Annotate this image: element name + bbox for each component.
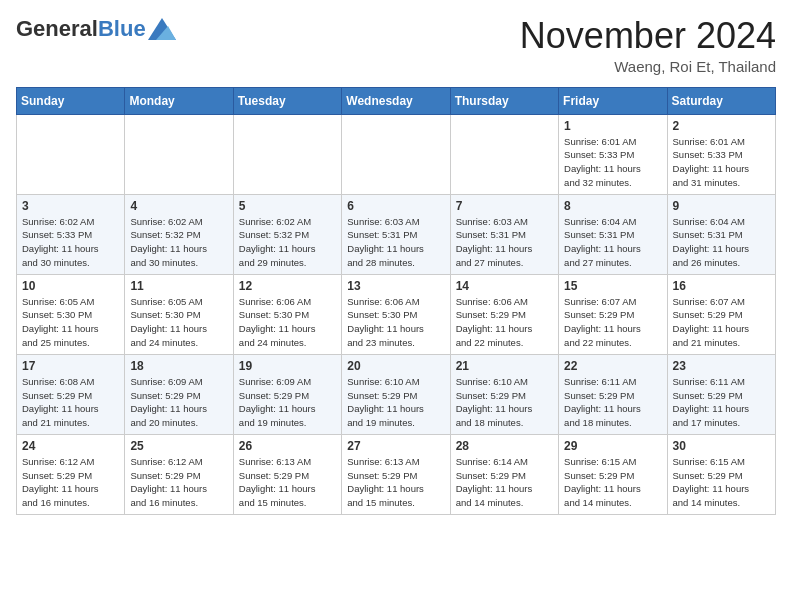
day-info: Sunrise: 6:06 AM Sunset: 5:29 PM Dayligh… [456,295,553,350]
calendar-cell: 13Sunrise: 6:06 AM Sunset: 5:30 PM Dayli… [342,274,450,354]
day-info: Sunrise: 6:08 AM Sunset: 5:29 PM Dayligh… [22,375,119,430]
calendar-cell: 4Sunrise: 6:02 AM Sunset: 5:32 PM Daylig… [125,194,233,274]
day-info: Sunrise: 6:01 AM Sunset: 5:33 PM Dayligh… [673,135,770,190]
day-number: 3 [22,199,119,213]
calendar-table: SundayMondayTuesdayWednesdayThursdayFrid… [16,87,776,515]
day-number: 4 [130,199,227,213]
calendar-cell [342,114,450,194]
day-info: Sunrise: 6:03 AM Sunset: 5:31 PM Dayligh… [347,215,444,270]
weekday-header-sunday: Sunday [17,87,125,114]
day-number: 19 [239,359,336,373]
calendar-cell: 6Sunrise: 6:03 AM Sunset: 5:31 PM Daylig… [342,194,450,274]
calendar-cell [17,114,125,194]
day-number: 5 [239,199,336,213]
calendar-cell: 16Sunrise: 6:07 AM Sunset: 5:29 PM Dayli… [667,274,775,354]
day-number: 16 [673,279,770,293]
day-number: 29 [564,439,661,453]
day-info: Sunrise: 6:04 AM Sunset: 5:31 PM Dayligh… [564,215,661,270]
week-row-1: 1Sunrise: 6:01 AM Sunset: 5:33 PM Daylig… [17,114,776,194]
calendar-cell: 30Sunrise: 6:15 AM Sunset: 5:29 PM Dayli… [667,434,775,514]
day-number: 8 [564,199,661,213]
day-info: Sunrise: 6:02 AM Sunset: 5:32 PM Dayligh… [239,215,336,270]
day-info: Sunrise: 6:12 AM Sunset: 5:29 PM Dayligh… [130,455,227,510]
day-info: Sunrise: 6:15 AM Sunset: 5:29 PM Dayligh… [564,455,661,510]
day-info: Sunrise: 6:01 AM Sunset: 5:33 PM Dayligh… [564,135,661,190]
calendar-cell: 17Sunrise: 6:08 AM Sunset: 5:29 PM Dayli… [17,354,125,434]
day-info: Sunrise: 6:02 AM Sunset: 5:32 PM Dayligh… [130,215,227,270]
day-info: Sunrise: 6:14 AM Sunset: 5:29 PM Dayligh… [456,455,553,510]
calendar-cell: 5Sunrise: 6:02 AM Sunset: 5:32 PM Daylig… [233,194,341,274]
calendar-cell: 1Sunrise: 6:01 AM Sunset: 5:33 PM Daylig… [559,114,667,194]
calendar-cell: 8Sunrise: 6:04 AM Sunset: 5:31 PM Daylig… [559,194,667,274]
day-number: 26 [239,439,336,453]
day-number: 6 [347,199,444,213]
logo-area: GeneralBlue [16,16,176,42]
day-number: 7 [456,199,553,213]
day-info: Sunrise: 6:03 AM Sunset: 5:31 PM Dayligh… [456,215,553,270]
day-number: 12 [239,279,336,293]
day-number: 27 [347,439,444,453]
calendar-cell: 3Sunrise: 6:02 AM Sunset: 5:33 PM Daylig… [17,194,125,274]
page-header: GeneralBlue November 2024 Waeng, Roi Et,… [16,16,776,75]
day-info: Sunrise: 6:09 AM Sunset: 5:29 PM Dayligh… [130,375,227,430]
title-area: November 2024 Waeng, Roi Et, Thailand [520,16,776,75]
calendar-cell: 14Sunrise: 6:06 AM Sunset: 5:29 PM Dayli… [450,274,558,354]
calendar-cell: 28Sunrise: 6:14 AM Sunset: 5:29 PM Dayli… [450,434,558,514]
day-info: Sunrise: 6:02 AM Sunset: 5:33 PM Dayligh… [22,215,119,270]
calendar-cell: 27Sunrise: 6:13 AM Sunset: 5:29 PM Dayli… [342,434,450,514]
day-number: 2 [673,119,770,133]
calendar-cell: 23Sunrise: 6:11 AM Sunset: 5:29 PM Dayli… [667,354,775,434]
calendar-cell: 7Sunrise: 6:03 AM Sunset: 5:31 PM Daylig… [450,194,558,274]
calendar-cell: 2Sunrise: 6:01 AM Sunset: 5:33 PM Daylig… [667,114,775,194]
day-number: 1 [564,119,661,133]
day-info: Sunrise: 6:13 AM Sunset: 5:29 PM Dayligh… [239,455,336,510]
calendar-cell: 19Sunrise: 6:09 AM Sunset: 5:29 PM Dayli… [233,354,341,434]
day-info: Sunrise: 6:07 AM Sunset: 5:29 PM Dayligh… [564,295,661,350]
calendar-cell [450,114,558,194]
week-row-4: 17Sunrise: 6:08 AM Sunset: 5:29 PM Dayli… [17,354,776,434]
month-title: November 2024 [520,16,776,56]
day-info: Sunrise: 6:10 AM Sunset: 5:29 PM Dayligh… [456,375,553,430]
day-info: Sunrise: 6:13 AM Sunset: 5:29 PM Dayligh… [347,455,444,510]
week-row-2: 3Sunrise: 6:02 AM Sunset: 5:33 PM Daylig… [17,194,776,274]
weekday-header-saturday: Saturday [667,87,775,114]
calendar-cell: 10Sunrise: 6:05 AM Sunset: 5:30 PM Dayli… [17,274,125,354]
logo-general-text: GeneralBlue [16,16,146,42]
day-number: 17 [22,359,119,373]
day-number: 24 [22,439,119,453]
weekday-header-monday: Monday [125,87,233,114]
day-info: Sunrise: 6:11 AM Sunset: 5:29 PM Dayligh… [564,375,661,430]
day-number: 28 [456,439,553,453]
day-info: Sunrise: 6:12 AM Sunset: 5:29 PM Dayligh… [22,455,119,510]
day-info: Sunrise: 6:05 AM Sunset: 5:30 PM Dayligh… [130,295,227,350]
calendar-cell: 18Sunrise: 6:09 AM Sunset: 5:29 PM Dayli… [125,354,233,434]
day-info: Sunrise: 6:06 AM Sunset: 5:30 PM Dayligh… [239,295,336,350]
weekday-header-row: SundayMondayTuesdayWednesdayThursdayFrid… [17,87,776,114]
day-info: Sunrise: 6:09 AM Sunset: 5:29 PM Dayligh… [239,375,336,430]
day-info: Sunrise: 6:07 AM Sunset: 5:29 PM Dayligh… [673,295,770,350]
calendar-cell: 9Sunrise: 6:04 AM Sunset: 5:31 PM Daylig… [667,194,775,274]
day-number: 22 [564,359,661,373]
calendar-cell: 24Sunrise: 6:12 AM Sunset: 5:29 PM Dayli… [17,434,125,514]
calendar-cell: 29Sunrise: 6:15 AM Sunset: 5:29 PM Dayli… [559,434,667,514]
logo-icon [148,18,176,40]
day-number: 20 [347,359,444,373]
weekday-header-thursday: Thursday [450,87,558,114]
week-row-3: 10Sunrise: 6:05 AM Sunset: 5:30 PM Dayli… [17,274,776,354]
calendar-cell: 26Sunrise: 6:13 AM Sunset: 5:29 PM Dayli… [233,434,341,514]
weekday-header-tuesday: Tuesday [233,87,341,114]
day-info: Sunrise: 6:15 AM Sunset: 5:29 PM Dayligh… [673,455,770,510]
weekday-header-friday: Friday [559,87,667,114]
calendar-cell: 21Sunrise: 6:10 AM Sunset: 5:29 PM Dayli… [450,354,558,434]
day-number: 18 [130,359,227,373]
calendar-cell [233,114,341,194]
day-number: 23 [673,359,770,373]
day-info: Sunrise: 6:11 AM Sunset: 5:29 PM Dayligh… [673,375,770,430]
day-number: 11 [130,279,227,293]
calendar-cell: 20Sunrise: 6:10 AM Sunset: 5:29 PM Dayli… [342,354,450,434]
calendar-cell: 12Sunrise: 6:06 AM Sunset: 5:30 PM Dayli… [233,274,341,354]
day-number: 30 [673,439,770,453]
weekday-header-wednesday: Wednesday [342,87,450,114]
calendar-cell [125,114,233,194]
calendar-cell: 15Sunrise: 6:07 AM Sunset: 5:29 PM Dayli… [559,274,667,354]
